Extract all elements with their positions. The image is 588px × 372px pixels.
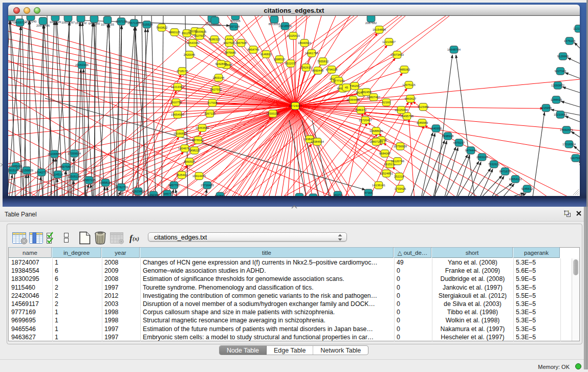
svg-text:1065326: 1065326 [50, 20, 61, 24]
svg-text:20691406: 20691406 [36, 24, 50, 27]
svg-text:10654112: 10654112 [509, 178, 521, 181]
svg-text:843105: 843105 [230, 19, 240, 23]
svg-text:1121850: 1121850 [573, 27, 580, 30]
svg-text:382455: 382455 [361, 91, 371, 94]
svg-text:7632621: 7632621 [488, 163, 500, 166]
svg-text:7663822: 7663822 [156, 26, 168, 29]
svg-text:13975887: 13975887 [59, 165, 73, 168]
svg-text:8427552: 8427552 [210, 88, 222, 91]
svg-text:746266: 746266 [350, 84, 359, 87]
svg-text:8186323: 8186323 [209, 38, 221, 41]
svg-text:7515524: 7515524 [141, 23, 153, 26]
svg-text:9684067: 9684067 [379, 152, 391, 155]
svg-text:87365: 87365 [364, 191, 373, 194]
svg-text:17957225: 17957225 [82, 179, 96, 182]
svg-text:17942737: 17942737 [35, 171, 48, 174]
svg-text:417008: 417008 [207, 101, 217, 104]
svg-text:10688639: 10688639 [369, 129, 383, 133]
svg-text:16154808: 16154808 [373, 28, 386, 31]
svg-text:8471676: 8471676 [499, 170, 511, 173]
svg-text:943562: 943562 [215, 194, 225, 196]
svg-text:16495798: 16495798 [400, 115, 413, 118]
svg-text:17359914: 17359914 [68, 152, 81, 155]
svg-text:19218506: 19218506 [278, 25, 292, 28]
svg-text:2420046: 2420046 [184, 53, 195, 56]
svg-text:45: 45 [345, 86, 348, 89]
svg-text:5878342: 5878342 [192, 139, 204, 142]
svg-text:20364456: 20364456 [346, 98, 360, 101]
svg-text:16543382: 16543382 [186, 41, 200, 45]
svg-text:12975115: 12975115 [402, 83, 415, 86]
svg-text:1603380: 1603380 [209, 24, 221, 27]
svg-text:8454749: 8454749 [248, 48, 259, 51]
svg-text:7955812: 7955812 [317, 60, 329, 63]
svg-text:9474444: 9474444 [465, 149, 477, 152]
svg-text:8322037: 8322037 [285, 62, 297, 65]
svg-text:1089969: 1089969 [417, 121, 428, 124]
svg-text:16571355: 16571355 [127, 21, 141, 25]
svg-text:15720407: 15720407 [359, 119, 372, 122]
svg-text:12923468: 12923468 [132, 190, 145, 193]
svg-text:1640956: 1640956 [430, 127, 442, 130]
svg-text:1560934: 1560934 [184, 160, 195, 163]
svg-text:94577: 94577 [163, 192, 171, 195]
svg-text:20206556: 20206556 [48, 152, 61, 156]
svg-text:10958117: 10958117 [99, 181, 112, 184]
svg-text:16782759: 16782759 [115, 186, 128, 189]
svg-text:10653267: 10653267 [61, 21, 75, 24]
svg-text:2803144: 2803144 [213, 76, 225, 79]
svg-text:19166825: 19166825 [173, 132, 187, 135]
svg-text:10719155: 10719155 [101, 23, 114, 26]
svg-text:10807487: 10807487 [367, 96, 380, 99]
svg-text:2718176: 2718176 [177, 70, 188, 73]
svg-text:1244415: 1244415 [551, 98, 562, 101]
svg-text:9777169: 9777169 [333, 79, 345, 82]
svg-text:7625402: 7625402 [176, 173, 188, 177]
svg-text:3215956: 3215956 [540, 106, 552, 110]
svg-text:12093872: 12093872 [551, 84, 564, 87]
svg-text:7386372: 7386372 [355, 108, 367, 112]
svg-text:16961758: 16961758 [305, 52, 318, 55]
svg-text:9457791: 9457791 [168, 184, 180, 187]
svg-text:5875685: 5875685 [225, 51, 236, 54]
svg-text:12213967: 12213967 [382, 40, 396, 43]
svg-text:10210643: 10210643 [554, 113, 567, 116]
svg-text:(x): (x) [133, 235, 139, 242]
svg-text:9242848: 9242848 [215, 62, 227, 65]
svg-text:9245612: 9245612 [521, 187, 533, 190]
svg-text:10025458: 10025458 [395, 108, 408, 112]
svg-text:2933114: 2933114 [476, 156, 488, 159]
svg-text:15716485: 15716485 [201, 184, 214, 187]
svg-text:2087682: 2087682 [365, 21, 377, 25]
svg-text:9327503: 9327503 [194, 34, 206, 37]
svg-text:14136141: 14136141 [372, 184, 385, 187]
svg-text:1362615: 1362615 [300, 66, 312, 69]
svg-text:114519: 114519 [53, 173, 63, 176]
svg-text:9327505: 9327505 [224, 41, 235, 45]
svg-text:1910755: 1910755 [170, 101, 182, 104]
svg-text:18807269: 18807269 [369, 140, 383, 143]
svg-text:2967608: 2967608 [235, 41, 247, 45]
svg-text:15692971: 15692971 [560, 128, 573, 132]
svg-text:11325419: 11325419 [287, 34, 299, 37]
svg-text:9463627: 9463627 [405, 97, 417, 100]
svg-text:2069140: 2069140 [25, 20, 37, 23]
svg-text:3267110: 3267110 [204, 112, 215, 115]
svg-text:1498222: 1498222 [189, 149, 201, 152]
svg-text:8960125: 8960125 [169, 31, 181, 34]
svg-text:9227343: 9227343 [555, 70, 567, 73]
svg-text:96371: 96371 [334, 193, 342, 196]
svg-text:20053346: 20053346 [75, 63, 89, 67]
svg-text:8990448: 8990448 [312, 69, 324, 72]
svg-text:6466160: 6466160 [89, 22, 100, 25]
svg-text:6479197: 6479197 [453, 141, 465, 144]
svg-text:12505135: 12505135 [68, 175, 81, 178]
svg-text:18640910: 18640910 [298, 41, 311, 45]
svg-text:16914479: 16914479 [192, 174, 206, 178]
svg-text:19384554: 19384554 [311, 140, 324, 143]
svg-text:13524851: 13524851 [380, 172, 393, 175]
svg-text:62160: 62160 [382, 101, 390, 104]
svg-text:19654935: 19654935 [171, 113, 184, 116]
svg-text:9129966: 9129966 [557, 55, 569, 58]
svg-text:12156829: 12156829 [20, 169, 33, 172]
